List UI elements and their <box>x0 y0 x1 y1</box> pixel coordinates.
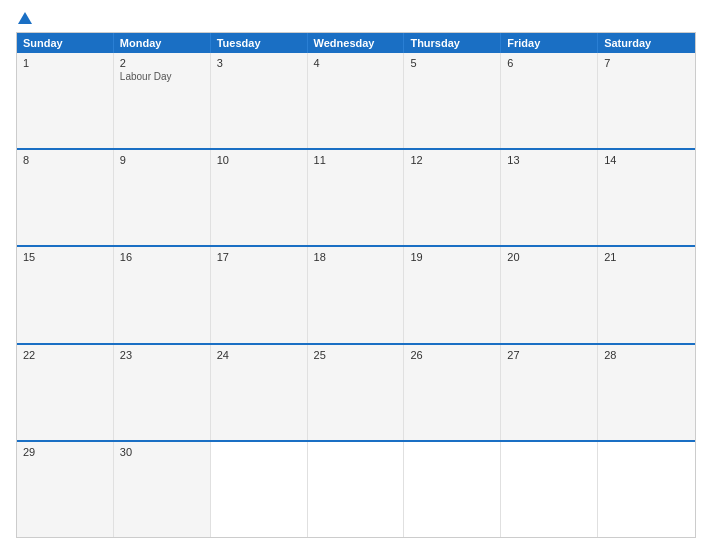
calendar-cell: 16 <box>114 247 211 342</box>
day-number: 1 <box>23 57 107 69</box>
header-day-friday: Friday <box>501 33 598 53</box>
calendar-cell <box>308 442 405 537</box>
day-number: 20 <box>507 251 591 263</box>
header-day-thursday: Thursday <box>404 33 501 53</box>
day-number: 21 <box>604 251 689 263</box>
calendar-week-5: 2930 <box>17 440 695 537</box>
day-number: 18 <box>314 251 398 263</box>
calendar-cell <box>598 442 695 537</box>
day-number: 13 <box>507 154 591 166</box>
calendar-cell: 3 <box>211 53 308 148</box>
calendar-cell: 8 <box>17 150 114 245</box>
calendar-cell: 19 <box>404 247 501 342</box>
calendar-cell: 13 <box>501 150 598 245</box>
logo <box>16 12 32 24</box>
calendar-cell: 18 <box>308 247 405 342</box>
calendar-week-2: 891011121314 <box>17 148 695 245</box>
calendar-cell <box>501 442 598 537</box>
calendar-cell: 30 <box>114 442 211 537</box>
calendar-cell: 22 <box>17 345 114 440</box>
day-number: 8 <box>23 154 107 166</box>
day-number: 22 <box>23 349 107 361</box>
calendar-cell: 20 <box>501 247 598 342</box>
calendar-cell: 29 <box>17 442 114 537</box>
header-day-sunday: Sunday <box>17 33 114 53</box>
header-day-saturday: Saturday <box>598 33 695 53</box>
calendar-cell: 7 <box>598 53 695 148</box>
day-number: 4 <box>314 57 398 69</box>
header-day-tuesday: Tuesday <box>211 33 308 53</box>
day-number: 6 <box>507 57 591 69</box>
calendar-week-1: 12Labour Day34567 <box>17 53 695 148</box>
calendar-cell: 2Labour Day <box>114 53 211 148</box>
calendar-cell: 15 <box>17 247 114 342</box>
day-number: 29 <box>23 446 107 458</box>
calendar-cell: 1 <box>17 53 114 148</box>
page: SundayMondayTuesdayWednesdayThursdayFrid… <box>0 0 712 550</box>
header-day-monday: Monday <box>114 33 211 53</box>
day-number: 26 <box>410 349 494 361</box>
day-number: 2 <box>120 57 204 69</box>
calendar-cell: 23 <box>114 345 211 440</box>
calendar-cell: 5 <box>404 53 501 148</box>
day-number: 17 <box>217 251 301 263</box>
calendar-body: 12Labour Day3456789101112131415161718192… <box>17 53 695 537</box>
calendar-cell: 14 <box>598 150 695 245</box>
day-number: 3 <box>217 57 301 69</box>
calendar-week-3: 15161718192021 <box>17 245 695 342</box>
calendar-cell: 10 <box>211 150 308 245</box>
calendar-cell <box>211 442 308 537</box>
calendar-cell: 12 <box>404 150 501 245</box>
header-day-wednesday: Wednesday <box>308 33 405 53</box>
calendar-cell: 6 <box>501 53 598 148</box>
calendar-week-4: 22232425262728 <box>17 343 695 440</box>
day-number: 10 <box>217 154 301 166</box>
calendar-cell: 9 <box>114 150 211 245</box>
calendar-cell <box>404 442 501 537</box>
calendar-cell: 4 <box>308 53 405 148</box>
day-number: 14 <box>604 154 689 166</box>
logo-flag-icon <box>18 12 32 24</box>
calendar-header: SundayMondayTuesdayWednesdayThursdayFrid… <box>17 33 695 53</box>
day-number: 7 <box>604 57 689 69</box>
day-event: Labour Day <box>120 71 204 82</box>
calendar-cell: 21 <box>598 247 695 342</box>
day-number: 28 <box>604 349 689 361</box>
day-number: 25 <box>314 349 398 361</box>
day-number: 12 <box>410 154 494 166</box>
calendar-cell: 17 <box>211 247 308 342</box>
day-number: 9 <box>120 154 204 166</box>
calendar-cell: 28 <box>598 345 695 440</box>
header <box>16 12 696 24</box>
calendar-cell: 26 <box>404 345 501 440</box>
day-number: 16 <box>120 251 204 263</box>
calendar: SundayMondayTuesdayWednesdayThursdayFrid… <box>16 32 696 538</box>
day-number: 30 <box>120 446 204 458</box>
day-number: 24 <box>217 349 301 361</box>
day-number: 19 <box>410 251 494 263</box>
day-number: 27 <box>507 349 591 361</box>
day-number: 15 <box>23 251 107 263</box>
day-number: 23 <box>120 349 204 361</box>
day-number: 5 <box>410 57 494 69</box>
calendar-cell: 11 <box>308 150 405 245</box>
calendar-cell: 24 <box>211 345 308 440</box>
day-number: 11 <box>314 154 398 166</box>
calendar-cell: 27 <box>501 345 598 440</box>
calendar-cell: 25 <box>308 345 405 440</box>
